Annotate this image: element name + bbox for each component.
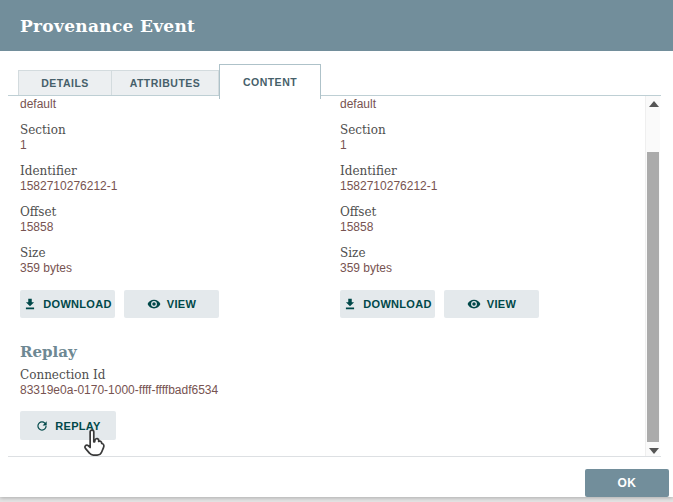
view-button-label: VIEW	[167, 298, 196, 310]
field-value: 1	[20, 138, 320, 153]
refresh-icon	[35, 419, 49, 433]
field-size: Size 359 bytes	[340, 246, 640, 276]
dialog-title: Provenance Event	[20, 0, 195, 51]
download-icon	[23, 297, 37, 311]
view-button-label: VIEW	[487, 298, 516, 310]
field-size: Size 359 bytes	[20, 246, 320, 276]
scrollbar-up-arrow[interactable]	[649, 101, 659, 107]
ok-button[interactable]: OK	[585, 469, 669, 497]
field-label: Identifier	[340, 164, 640, 179]
dialog-header: Provenance Event	[0, 0, 673, 51]
scrollbar-thumb[interactable]	[647, 152, 659, 442]
field-section: Section 1	[20, 123, 320, 153]
scrollbar-down-arrow[interactable]	[649, 448, 659, 454]
field-value: 15858	[20, 220, 320, 235]
download-button[interactable]: DOWNLOAD	[340, 290, 435, 318]
replay-button-label: REPLAY	[55, 420, 100, 432]
field-label: Size	[340, 246, 640, 261]
view-button[interactable]: VIEW	[124, 290, 219, 318]
field-label: Identifier	[20, 164, 320, 179]
field-label: Section	[20, 123, 320, 138]
field-section: Section 1	[340, 123, 640, 153]
field-value: 1	[340, 138, 640, 153]
field-offset: Offset 15858	[340, 205, 640, 235]
field-label: Section	[340, 123, 640, 138]
eye-icon	[467, 297, 481, 311]
tab-content-active[interactable]: CONTENT	[219, 64, 321, 99]
field-value: 359 bytes	[20, 261, 320, 276]
tab-details[interactable]: DETAILS	[18, 70, 112, 95]
field-value: 15858	[340, 220, 640, 235]
tab-underline	[8, 95, 661, 96]
footer-separator	[8, 456, 661, 457]
field-label: Size	[20, 246, 320, 261]
field-value: 1582710276212-1	[340, 179, 640, 194]
connection-id-label: Connection Id	[20, 368, 106, 383]
download-button-label: DOWNLOAD	[363, 298, 431, 310]
field-label: Offset	[20, 205, 320, 220]
field-identifier: Identifier 1582710276212-1	[20, 164, 320, 194]
field-value: 359 bytes	[340, 261, 640, 276]
replay-heading: Replay	[20, 343, 77, 361]
replay-button[interactable]: REPLAY	[20, 411, 116, 440]
content-claim-column-left: default Section 1 Identifier 15827102762…	[20, 97, 320, 318]
view-button[interactable]: VIEW	[444, 290, 539, 318]
claim-partial-value: default	[340, 97, 640, 112]
claim-actions: DOWNLOAD VIEW	[340, 290, 640, 318]
content-claim-column-right: default Section 1 Identifier 15827102762…	[340, 97, 640, 318]
eye-icon	[147, 297, 161, 311]
claim-actions: DOWNLOAD VIEW	[20, 290, 320, 318]
field-label: Offset	[340, 205, 640, 220]
download-icon	[343, 297, 357, 311]
connection-id-value: 83319e0a-0170-1000-ffff-ffffbadf6534	[20, 383, 218, 398]
tab-attributes[interactable]: ATTRIBUTES	[111, 70, 219, 95]
provenance-event-dialog: Provenance Event DETAILS ATTRIBUTES CONT…	[0, 0, 673, 497]
download-button[interactable]: DOWNLOAD	[20, 290, 115, 318]
claim-partial-value: default	[20, 97, 320, 112]
field-value: 1582710276212-1	[20, 179, 320, 194]
download-button-label: DOWNLOAD	[43, 298, 111, 310]
field-offset: Offset 15858	[20, 205, 320, 235]
field-identifier: Identifier 1582710276212-1	[340, 164, 640, 194]
